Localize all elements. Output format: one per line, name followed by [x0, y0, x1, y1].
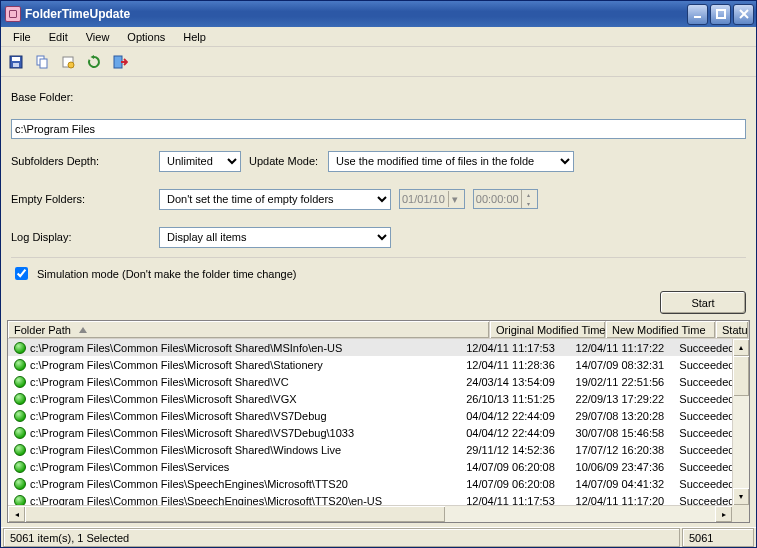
table-row[interactable]: c:\Program Files\Common Files\Services14… [8, 458, 749, 475]
update-mode-select[interactable]: Use the modified time of files in the fo… [328, 151, 574, 172]
simulation-mode-label: Simulation mode (Don't make the folder t… [37, 268, 297, 280]
status-dot-icon [14, 359, 26, 371]
menubar: File Edit View Options Help [1, 27, 756, 47]
menu-file[interactable]: File [5, 29, 39, 45]
scroll-up-button[interactable]: ▴ [733, 339, 749, 356]
cell-orig: 04/04/12 22:44:09 [460, 410, 569, 422]
status-count: 5061 [682, 528, 754, 547]
status-dot-icon [14, 410, 26, 422]
cell-path: c:\Program Files\Common Files\Services [30, 461, 229, 473]
save-icon[interactable] [5, 51, 27, 73]
statusbar: 5061 item(s), 1 Selected 5061 [1, 527, 756, 547]
update-mode-label: Update Mode: [249, 155, 320, 167]
cell-orig: 26/10/13 11:51:25 [460, 393, 569, 405]
properties-icon[interactable] [57, 51, 79, 73]
cell-new: 17/07/12 16:20:38 [570, 444, 674, 456]
table-row[interactable]: c:\Program Files\Common Files\Microsoft … [8, 356, 749, 373]
empty-time-input: 00:00:00▴▾ [473, 189, 538, 209]
cell-orig: 12/04/11 11:17:53 [460, 342, 569, 354]
base-folder-label: Base Folder: [11, 91, 73, 103]
scroll-down-button[interactable]: ▾ [733, 488, 749, 505]
status-dot-icon [14, 427, 26, 439]
toolbar [1, 47, 756, 77]
refresh-icon[interactable] [83, 51, 105, 73]
simulation-mode-checkbox[interactable] [15, 267, 28, 280]
status-text: 5061 item(s), 1 Selected [3, 528, 680, 547]
cell-orig: 14/07/09 06:20:08 [460, 461, 569, 473]
window-title: FolderTimeUpdate [25, 7, 687, 21]
subfolders-depth-label: Subfolders Depth: [11, 155, 151, 167]
status-dot-icon [14, 376, 26, 388]
cell-new: 14/07/09 08:32:31 [570, 359, 674, 371]
svg-rect-6 [13, 63, 19, 67]
svg-rect-11 [114, 56, 122, 68]
cell-path: c:\Program Files\Common Files\Microsoft … [30, 359, 323, 371]
cell-orig: 14/07/09 06:20:08 [460, 478, 569, 490]
cell-new: 29/07/08 13:20:28 [570, 410, 674, 422]
cell-new: 22/09/13 17:29:22 [570, 393, 674, 405]
status-dot-icon [14, 393, 26, 405]
form-area: Base Folder: Subfolders Depth: Unlimited… [1, 77, 756, 291]
log-display-select[interactable]: Display all items [159, 227, 391, 248]
table-row[interactable]: c:\Program Files\Common Files\Microsoft … [8, 339, 749, 356]
column-new-time[interactable]: New Modified Time [606, 321, 716, 338]
menu-view[interactable]: View [78, 29, 118, 45]
empty-folders-label: Empty Folders: [11, 193, 151, 205]
table-row[interactable]: c:\Program Files\Common Files\Microsoft … [8, 424, 749, 441]
results-grid: Folder Path Original Modified Time New M… [7, 320, 750, 523]
menu-help[interactable]: Help [175, 29, 214, 45]
svg-rect-5 [12, 57, 20, 61]
grid-header: Folder Path Original Modified Time New M… [8, 321, 749, 339]
cell-path: c:\Program Files\Common Files\SpeechEngi… [30, 478, 348, 490]
minimize-button[interactable] [687, 4, 708, 25]
cell-new: 19/02/11 22:51:56 [570, 376, 674, 388]
chevron-down-icon: ▾ [448, 191, 462, 207]
copy-icon[interactable] [31, 51, 53, 73]
status-dot-icon [14, 461, 26, 473]
start-button[interactable]: Start [660, 291, 746, 314]
cell-path: c:\Program Files\Common Files\Microsoft … [30, 376, 289, 388]
table-row[interactable]: c:\Program Files\Common Files\Microsoft … [8, 373, 749, 390]
table-row[interactable]: c:\Program Files\Common Files\SpeechEngi… [8, 475, 749, 492]
cell-new: 10/06/09 23:47:36 [570, 461, 674, 473]
scroll-left-button[interactable]: ◂ [8, 506, 25, 522]
horizontal-scrollbar[interactable]: ◂ ▸ [8, 505, 732, 522]
menu-edit[interactable]: Edit [41, 29, 76, 45]
column-status[interactable]: Status [716, 321, 749, 338]
cell-new: 30/07/08 15:46:58 [570, 427, 674, 439]
cell-orig: 24/03/14 13:54:09 [460, 376, 569, 388]
table-row[interactable]: c:\Program Files\Common Files\Microsoft … [8, 407, 749, 424]
cell-new: 12/04/11 11:17:22 [570, 342, 674, 354]
table-row[interactable]: c:\Program Files\Common Files\Microsoft … [8, 390, 749, 407]
status-dot-icon [14, 342, 26, 354]
exit-icon[interactable] [109, 51, 131, 73]
svg-rect-8 [40, 59, 47, 68]
menu-options[interactable]: Options [119, 29, 173, 45]
scroll-thumb-h[interactable] [25, 506, 445, 522]
close-button[interactable] [733, 4, 754, 25]
vertical-scrollbar[interactable]: ▴ ▾ [732, 339, 749, 505]
scroll-thumb[interactable] [733, 356, 749, 396]
base-folder-input[interactable] [11, 119, 746, 139]
scroll-right-button[interactable]: ▸ [715, 506, 732, 522]
cell-path: c:\Program Files\Common Files\Microsoft … [30, 444, 341, 456]
svg-rect-1 [717, 10, 725, 18]
cell-path: c:\Program Files\Common Files\Microsoft … [30, 393, 297, 405]
cell-new: 14/07/09 04:41:32 [570, 478, 674, 490]
column-folder-path[interactable]: Folder Path [8, 321, 490, 338]
column-original-time[interactable]: Original Modified Time [490, 321, 606, 338]
table-row[interactable]: c:\Program Files\Common Files\Microsoft … [8, 441, 749, 458]
empty-folders-select[interactable]: Don't set the time of empty folders [159, 189, 391, 210]
titlebar[interactable]: FolderTimeUpdate [1, 1, 756, 27]
cell-path: c:\Program Files\Common Files\Microsoft … [30, 342, 342, 354]
status-dot-icon [14, 478, 26, 490]
main-window: FolderTimeUpdate File Edit View Options … [0, 0, 757, 548]
status-dot-icon [14, 444, 26, 456]
svg-point-10 [68, 62, 74, 68]
subfolders-depth-select[interactable]: Unlimited [159, 151, 241, 172]
maximize-button[interactable] [710, 4, 731, 25]
cell-path: c:\Program Files\Common Files\Microsoft … [30, 410, 327, 422]
cell-path: c:\Program Files\Common Files\Microsoft … [30, 427, 354, 439]
cell-orig: 12/04/11 11:28:36 [460, 359, 569, 371]
log-display-label: Log Display: [11, 231, 151, 243]
